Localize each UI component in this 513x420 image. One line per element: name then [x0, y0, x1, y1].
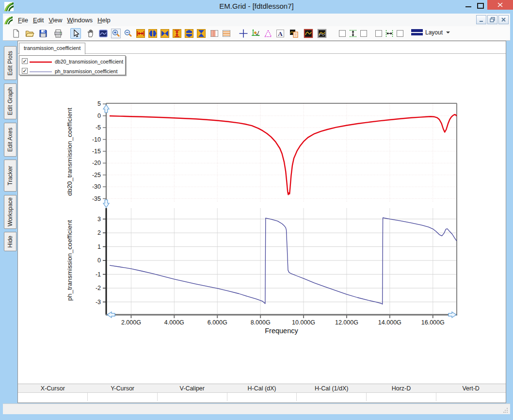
zoom-region-icon[interactable] [98, 28, 109, 39]
sidebar-tab-label: Edit Plots [7, 51, 14, 76]
minimize-icon[interactable] [465, 6, 471, 7]
plot-canvas[interactable]: 50-5-10-15-20-25-30-353210-1-2-32.000G4.… [18, 41, 506, 361]
menu-help[interactable]: Help [95, 15, 113, 26]
crosshair-icon[interactable] [238, 28, 249, 39]
svg-text:-15: -15 [92, 148, 101, 155]
pan-hand-icon[interactable] [85, 28, 96, 39]
gridlines [107, 104, 456, 314]
maximize-icon[interactable] [477, 3, 484, 9]
cursor-value-cell [18, 393, 88, 401]
fit-vertical-icon[interactable] [348, 28, 358, 39]
title-bar: EM.Grid - [fdtdlesson7] [0, 0, 513, 14]
select-cursor-icon[interactable] [70, 28, 81, 39]
svg-text:8.000G: 8.000G [251, 319, 271, 326]
mdi-close-button[interactable] [498, 15, 509, 24]
svg-text:-3: -3 [96, 299, 101, 306]
multi-trace-icon[interactable] [317, 28, 327, 39]
print-icon[interactable] [53, 28, 64, 39]
save-icon[interactable] [38, 28, 48, 39]
sidebar-tab-workspace[interactable]: Workspace [4, 195, 16, 229]
mirror-x-icon[interactable] [160, 28, 170, 39]
vertical-stripes-icon[interactable] [209, 28, 220, 39]
svg-text:db20_transmission_coefficient: db20_transmission_coefficient [66, 108, 73, 196]
sidebar-tab-label: Workspace [7, 197, 14, 226]
cursor-col-horz-d: Horz-D [367, 384, 436, 392]
sidebar-tab-hide[interactable]: Hide [4, 232, 16, 251]
close-icon [487, 0, 513, 10]
sidebar-tab-label: Edit Graph [7, 87, 14, 115]
resize-grip[interactable] [503, 408, 508, 413]
window-title: EM.Grid - [fdtdlesson7] [0, 0, 513, 14]
layout-dropdown-arrow [446, 32, 450, 33]
svg-text:3: 3 [97, 216, 101, 223]
document-window: transmission_coefficient 50-5-10-15-20-2… [17, 41, 506, 403]
cursor-col-vert-d: Vert-D [436, 384, 506, 392]
svg-text:0: 0 [97, 113, 101, 119]
cursor-value-cell [88, 393, 158, 401]
sidebar-tab-edit-plots[interactable]: Edit Plots [4, 46, 16, 80]
report-icon[interactable] [289, 28, 299, 39]
sidebar-tab-tracker[interactable]: Tracker [4, 160, 16, 192]
app-window: EM.Grid - [fdtdlesson7] FileEditViewWind… [0, 0, 513, 420]
mirror-y-icon[interactable] [196, 28, 207, 39]
cursor-value-cell [297, 393, 367, 401]
svg-text:12.000G: 12.000G [335, 319, 358, 326]
svg-text:-5: -5 [96, 124, 101, 131]
text-annotation-icon[interactable]: A [275, 28, 286, 39]
curve-db20-transmission-coefficient [110, 114, 457, 194]
fit-horizontal-icon[interactable] [384, 28, 395, 39]
new-document-icon[interactable] [11, 28, 21, 39]
menu-edit[interactable]: Edit [31, 15, 46, 26]
layout-icon [411, 29, 423, 36]
menu-file[interactable]: File [16, 15, 31, 26]
open-file-icon[interactable] [24, 28, 35, 39]
layout-dropdown[interactable]: Layout [411, 29, 450, 36]
svg-text:2: 2 [97, 229, 101, 236]
cursor-value-cell [227, 393, 297, 401]
svg-text:16.000G: 16.000G [421, 319, 445, 326]
svg-text:-20: -20 [92, 160, 101, 166]
stretch-x-icon[interactable] [147, 28, 158, 39]
mdi-restore-button[interactable] [487, 15, 497, 24]
sidebar-tab-label: Hide [7, 236, 14, 248]
svg-text:4.000G: 4.000G [164, 319, 184, 326]
status-bar [3, 404, 510, 414]
expand-x-icon[interactable] [135, 28, 146, 39]
cursor-col-x-cursor: X-Cursor [18, 384, 88, 392]
left-y-checkbox-icon[interactable] [337, 28, 348, 39]
delta-caliper-icon[interactable] [263, 28, 273, 39]
zoom-in-icon[interactable] [111, 28, 121, 39]
legend-checkbox[interactable]: ✓ [22, 58, 28, 64]
svg-text:10.000G: 10.000G [292, 319, 315, 326]
cursor-col-h-cal-dx-: H-Cal (dX) [227, 384, 297, 392]
zoom-out-icon[interactable] [123, 28, 133, 39]
cursor-value-cell [158, 393, 227, 401]
mdi-minimize-button[interactable] [476, 15, 486, 24]
stretch-y-icon[interactable] [184, 28, 194, 39]
menu-windows[interactable]: Windows [64, 15, 95, 26]
close-button[interactable] [487, 0, 513, 10]
legend-checkbox[interactable]: ✓ [22, 68, 28, 74]
cursor-table-header: X-CursorY-CursorV-CaliperH-Cal (dX)H-Cal… [18, 384, 506, 393]
tab-transmission-coefficient[interactable]: transmission_coefficient [19, 43, 85, 54]
svg-text:2.000G: 2.000G [121, 319, 141, 326]
svg-text:A: A [278, 30, 283, 37]
svg-text:-30: -30 [92, 183, 101, 190]
svg-text:-10: -10 [92, 136, 101, 143]
single-trace-icon[interactable] [303, 28, 314, 39]
axis-arrows[interactable] [103, 105, 456, 318]
sidebar-tab-edit-graph[interactable]: Edit Graph [4, 83, 16, 119]
expand-y-icon[interactable] [172, 28, 182, 39]
cursor-col-h-cal-1-dx-: H-Cal (1/dX) [297, 384, 367, 392]
sidebar-tab-edit-axes[interactable]: Edit Axes [4, 123, 16, 157]
right-y-checkbox-icon[interactable] [358, 28, 369, 39]
tracker-icon[interactable] [250, 28, 261, 39]
svg-text:-1: -1 [96, 271, 101, 278]
horizontal-stripes-icon[interactable] [221, 28, 232, 39]
legend-label: db20_transmission_coefficient [55, 59, 123, 65]
left-x-checkbox-icon[interactable] [373, 28, 384, 39]
cursor-value-cell [367, 393, 436, 401]
menu-view[interactable]: View [46, 15, 64, 26]
right-x-checkbox-icon[interactable] [395, 28, 405, 39]
legend-row: ✓db20_transmission_coefficient [19, 57, 125, 65]
